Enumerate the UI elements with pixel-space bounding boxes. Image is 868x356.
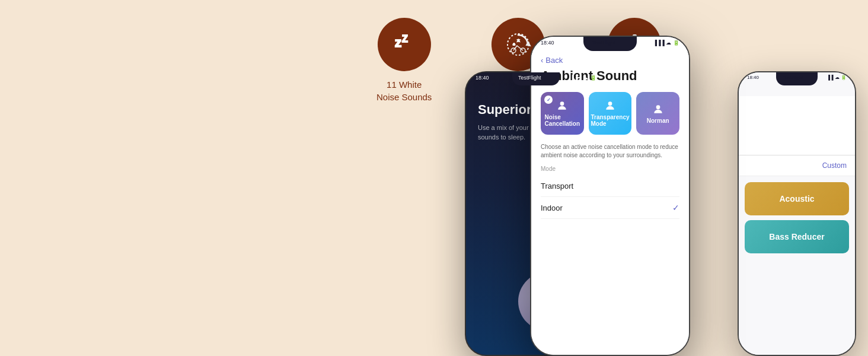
eq-custom-row: Custom <box>739 155 855 176</box>
phone-back-signal: ▐▐▐ ☁ 🔋 <box>570 75 596 81</box>
indoor-check-icon: ✓ <box>672 203 679 212</box>
back-chevron-icon: ‹ <box>541 56 543 65</box>
white-noise-label: 11 White Noise Sounds <box>376 78 432 103</box>
phone-front-time: 18:40 <box>541 40 554 46</box>
svg-text:Z: Z <box>402 34 408 44</box>
transport-mode-item[interactable]: Transport <box>541 176 679 197</box>
phone-back-status-bar: 18:40 TestFlight ▐▐▐ ☁ 🔋 <box>466 75 606 81</box>
phone-third-testflight: TestFlight <box>783 75 803 80</box>
svg-point-17 <box>608 101 612 106</box>
phone-third-time: 18:40 <box>747 75 759 80</box>
phone-front-signal: ▐▐▐ ☁ 🔋 <box>653 40 679 46</box>
phone-third-signal: ▐▐ ☁ 🔋 <box>826 75 847 80</box>
phone-third-screen: Custom Acoustic Bass Reducer <box>739 72 855 355</box>
back-button[interactable]: ‹ Back <box>541 56 679 65</box>
normal-mode-button[interactable]: Norman <box>636 92 679 135</box>
bass-reducer-preset-button[interactable]: Bass Reducer <box>745 220 849 253</box>
normal-label: Norman <box>647 117 669 124</box>
back-label: Back <box>545 56 563 65</box>
phone-back-time: 18:40 <box>476 75 489 81</box>
phones-container: 18:40 TestFlight ▐▐▐ ☁ 🔋 Superior Sleep … <box>453 24 868 356</box>
eq-top-area <box>739 96 855 155</box>
noise-cancellation-button[interactable]: NoiseCancellation <box>541 92 584 135</box>
phone-back-testflight: TestFlight <box>518 75 541 81</box>
svg-point-16 <box>560 101 564 106</box>
acoustic-preset-button[interactable]: Acoustic <box>745 182 849 215</box>
phone-front-status-bar: 18:40 TestFlight ▐▐▐ ☁ 🔋 <box>531 40 689 46</box>
tm-label: TransparencyMode <box>591 114 629 127</box>
acoustic-label: Acoustic <box>779 194 814 204</box>
transparency-mode-button[interactable]: TransparencyMode <box>589 92 632 135</box>
white-noise-icon-circle: z Z <box>378 18 431 71</box>
nc-selected-badge <box>544 96 553 104</box>
phone-third-status-bar: 18:40 TestFlight ▐▐ ☁ 🔋 <box>739 75 855 80</box>
transport-label: Transport <box>541 182 573 190</box>
ambient-description: Choose an active noise cancellation mode… <box>541 143 679 160</box>
ambient-mode-buttons: NoiseCancellation TransparencyMode Norma… <box>541 92 679 135</box>
phone-front-testflight: TestFlight <box>592 40 615 46</box>
bass-reducer-label: Bass Reducer <box>769 232 824 241</box>
phone-eq: 18:40 TestFlight ▐▐ ☁ 🔋 Custom Acoustic … <box>738 71 856 356</box>
feature-white-noise: z Z 11 White Noise Sounds <box>376 18 432 103</box>
indoor-mode-item[interactable]: Indoor ✓ <box>541 197 679 219</box>
nc-label: NoiseCancellation <box>545 114 580 127</box>
mode-section-label: Mode <box>541 166 679 172</box>
indoor-label: Indoor <box>541 204 563 212</box>
eq-custom-label[interactable]: Custom <box>822 161 847 170</box>
svg-text:z: z <box>395 35 401 50</box>
svg-point-18 <box>656 105 660 109</box>
